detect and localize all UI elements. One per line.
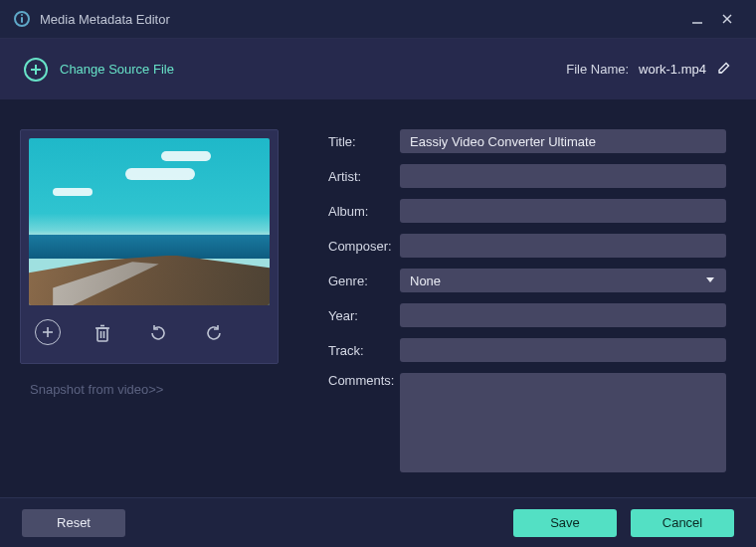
left-panel: Snapshot from video>> (20, 129, 288, 487)
album-label: Album: (328, 204, 400, 219)
composer-label: Composer: (328, 239, 400, 254)
save-button[interactable]: Save (513, 509, 617, 537)
rotate-left-button[interactable] (144, 319, 172, 347)
snapshot-from-video-link[interactable]: Snapshot from video>> (30, 382, 288, 397)
edit-filename-button[interactable] (716, 60, 732, 79)
artist-input[interactable] (400, 164, 726, 188)
reset-button[interactable]: Reset (22, 509, 125, 537)
track-label: Track: (328, 343, 400, 358)
comments-textarea[interactable] (400, 373, 726, 472)
file-name-value: work-1.mp4 (639, 62, 706, 77)
main-content: Snapshot from video>> Title: Artist: Alb… (0, 99, 756, 497)
composer-input[interactable] (400, 234, 726, 258)
year-label: Year: (328, 308, 400, 323)
genre-label: Genre: (328, 274, 400, 288)
change-source-file-label: Change Source File (60, 62, 174, 77)
add-thumbnail-button[interactable] (35, 319, 61, 345)
titlebar: Media Metadata Editor (0, 0, 756, 38)
genre-select[interactable]: None (400, 269, 726, 292)
header-bar: Change Source File File Name: work-1.mp4 (0, 38, 756, 99)
app-info-icon (14, 11, 30, 27)
title-input[interactable] (400, 129, 726, 153)
thumbnail-panel (20, 129, 279, 364)
album-input[interactable] (400, 199, 726, 223)
close-button[interactable] (712, 4, 742, 34)
change-source-file-button[interactable]: Change Source File (24, 58, 174, 82)
svg-rect-8 (97, 328, 107, 341)
thumbnail-toolbar (29, 305, 270, 355)
year-input[interactable] (400, 303, 726, 327)
video-thumbnail[interactable] (29, 138, 270, 305)
rotate-right-button[interactable] (200, 319, 228, 347)
file-name-label: File Name: (566, 62, 629, 77)
minimize-button[interactable] (682, 4, 712, 34)
metadata-form: Title: Artist: Album: Composer: Genre: N… (328, 129, 736, 487)
track-input[interactable] (400, 338, 726, 362)
window-title: Media Metadata Editor (40, 12, 170, 27)
svg-marker-13 (706, 277, 714, 282)
comments-label: Comments: (328, 373, 400, 388)
plus-circle-icon (24, 58, 48, 82)
delete-thumbnail-button[interactable] (89, 319, 116, 347)
cancel-button[interactable]: Cancel (631, 509, 734, 537)
title-label: Title: (328, 134, 400, 149)
chevron-down-icon (704, 274, 716, 288)
file-name-group: File Name: work-1.mp4 (566, 60, 732, 79)
artist-label: Artist: (328, 169, 400, 184)
genre-selected-value: None (410, 274, 441, 288)
footer-bar: Reset Save Cancel (0, 497, 756, 547)
